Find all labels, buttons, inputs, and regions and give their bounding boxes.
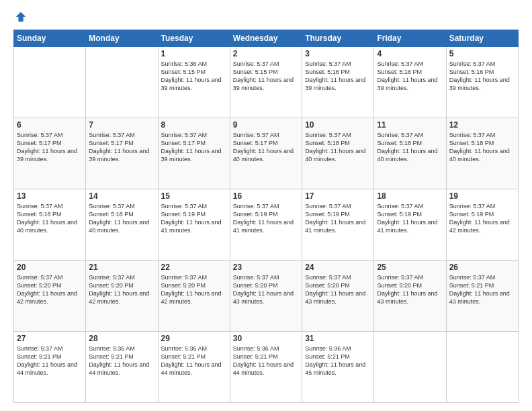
calendar-cell: 4Sunrise: 5:37 AM Sunset: 5:16 PM Daylig…: [374, 47, 446, 118]
day-info: Sunrise: 5:37 AM Sunset: 5:17 PM Dayligh…: [89, 131, 154, 164]
calendar-cell: [14, 47, 86, 118]
day-number: 13: [17, 191, 83, 201]
svg-marker-0: [16, 12, 26, 21]
day-info: Sunrise: 5:36 AM Sunset: 5:21 PM Dayligh…: [89, 345, 154, 377]
day-info: Sunrise: 5:37 AM Sunset: 5:20 PM Dayligh…: [233, 273, 299, 306]
week-row-5: 27Sunrise: 5:37 AM Sunset: 5:21 PM Dayli…: [14, 332, 519, 403]
day-number: 1: [161, 49, 227, 58]
calendar-cell: 9Sunrise: 5:37 AM Sunset: 5:17 PM Daylig…: [230, 118, 302, 189]
calendar-cell: 15Sunrise: 5:37 AM Sunset: 5:19 PM Dayli…: [158, 189, 230, 261]
day-number: 17: [305, 191, 371, 201]
day-info: Sunrise: 5:37 AM Sunset: 5:17 PM Dayligh…: [17, 131, 83, 164]
day-number: 14: [89, 191, 154, 201]
week-row-1: 1Sunrise: 5:36 AM Sunset: 5:15 PM Daylig…: [14, 47, 519, 118]
calendar-cell: 1Sunrise: 5:36 AM Sunset: 5:15 PM Daylig…: [158, 47, 230, 118]
header: [13, 11, 519, 23]
day-info: Sunrise: 5:37 AM Sunset: 5:20 PM Dayligh…: [17, 273, 83, 306]
calendar-cell: 10Sunrise: 5:37 AM Sunset: 5:18 PM Dayli…: [302, 118, 374, 189]
calendar-cell: 22Sunrise: 5:37 AM Sunset: 5:20 PM Dayli…: [158, 261, 230, 332]
day-number: 10: [305, 120, 371, 130]
calendar-cell: 24Sunrise: 5:37 AM Sunset: 5:20 PM Dayli…: [302, 261, 374, 332]
day-info: Sunrise: 5:37 AM Sunset: 5:18 PM Dayligh…: [449, 131, 515, 164]
day-info: Sunrise: 5:37 AM Sunset: 5:20 PM Dayligh…: [89, 273, 154, 306]
day-number: 29: [161, 334, 227, 343]
calendar-cell: 14Sunrise: 5:37 AM Sunset: 5:18 PM Dayli…: [86, 189, 158, 261]
day-number: 5: [449, 49, 515, 58]
calendar-cell: 31Sunrise: 5:36 AM Sunset: 5:21 PM Dayli…: [302, 332, 374, 403]
calendar-cell: 2Sunrise: 5:37 AM Sunset: 5:15 PM Daylig…: [230, 47, 302, 118]
day-info: Sunrise: 5:37 AM Sunset: 5:18 PM Dayligh…: [305, 131, 371, 164]
day-number: 30: [233, 334, 299, 343]
day-number: 3: [305, 49, 371, 58]
logo-icon: [15, 11, 27, 23]
weekday-header-sunday: Sunday: [14, 30, 86, 47]
day-info: Sunrise: 5:36 AM Sunset: 5:15 PM Dayligh…: [161, 60, 227, 93]
day-info: Sunrise: 5:37 AM Sunset: 5:18 PM Dayligh…: [377, 131, 443, 164]
day-info: Sunrise: 5:37 AM Sunset: 5:19 PM Dayligh…: [377, 202, 443, 235]
weekday-header-friday: Friday: [374, 30, 446, 47]
day-number: 27: [17, 334, 83, 343]
day-number: 20: [17, 263, 83, 272]
weekday-header-thursday: Thursday: [302, 30, 374, 47]
calendar-cell: 26Sunrise: 5:37 AM Sunset: 5:21 PM Dayli…: [446, 261, 518, 332]
day-info: Sunrise: 5:37 AM Sunset: 5:18 PM Dayligh…: [89, 202, 154, 235]
calendar-cell: 3Sunrise: 5:37 AM Sunset: 5:16 PM Daylig…: [302, 47, 374, 118]
calendar-cell: 20Sunrise: 5:37 AM Sunset: 5:20 PM Dayli…: [14, 261, 86, 332]
calendar-cell: [86, 47, 158, 118]
calendar-cell: 19Sunrise: 5:37 AM Sunset: 5:19 PM Dayli…: [446, 189, 518, 261]
day-info: Sunrise: 5:37 AM Sunset: 5:19 PM Dayligh…: [161, 202, 227, 235]
weekday-header-monday: Monday: [86, 30, 158, 47]
day-number: 24: [305, 263, 371, 272]
day-number: 6: [17, 120, 83, 130]
calendar-cell: 30Sunrise: 5:36 AM Sunset: 5:21 PM Dayli…: [230, 332, 302, 403]
calendar-cell: 28Sunrise: 5:36 AM Sunset: 5:21 PM Dayli…: [86, 332, 158, 403]
day-number: 26: [449, 263, 515, 272]
day-number: 12: [449, 120, 515, 130]
day-number: 9: [233, 120, 299, 130]
day-info: Sunrise: 5:37 AM Sunset: 5:15 PM Dayligh…: [233, 60, 299, 93]
calendar-cell: 12Sunrise: 5:37 AM Sunset: 5:18 PM Dayli…: [446, 118, 518, 189]
day-info: Sunrise: 5:37 AM Sunset: 5:16 PM Dayligh…: [449, 60, 515, 93]
week-row-4: 20Sunrise: 5:37 AM Sunset: 5:20 PM Dayli…: [14, 261, 519, 332]
calendar-cell: 23Sunrise: 5:37 AM Sunset: 5:20 PM Dayli…: [230, 261, 302, 332]
day-info: Sunrise: 5:37 AM Sunset: 5:21 PM Dayligh…: [449, 273, 515, 306]
week-row-3: 13Sunrise: 5:37 AM Sunset: 5:18 PM Dayli…: [14, 189, 519, 261]
logo: [13, 11, 27, 23]
day-number: 19: [449, 191, 515, 201]
day-number: 2: [233, 49, 299, 58]
weekday-header-saturday: Saturday: [446, 30, 518, 47]
day-info: Sunrise: 5:37 AM Sunset: 5:17 PM Dayligh…: [233, 131, 299, 164]
day-info: Sunrise: 5:37 AM Sunset: 5:20 PM Dayligh…: [305, 273, 371, 306]
day-info: Sunrise: 5:37 AM Sunset: 5:21 PM Dayligh…: [17, 345, 83, 377]
calendar-cell: [446, 332, 518, 403]
calendar-cell: 25Sunrise: 5:37 AM Sunset: 5:20 PM Dayli…: [374, 261, 446, 332]
calendar-cell: 17Sunrise: 5:37 AM Sunset: 5:19 PM Dayli…: [302, 189, 374, 261]
day-number: 28: [89, 334, 154, 343]
day-number: 15: [161, 191, 227, 201]
calendar-cell: 29Sunrise: 5:36 AM Sunset: 5:21 PM Dayli…: [158, 332, 230, 403]
day-number: 4: [377, 49, 443, 58]
day-number: 8: [161, 120, 227, 130]
calendar-cell: 11Sunrise: 5:37 AM Sunset: 5:18 PM Dayli…: [374, 118, 446, 189]
calendar-cell: 18Sunrise: 5:37 AM Sunset: 5:19 PM Dayli…: [374, 189, 446, 261]
calendar-cell: 7Sunrise: 5:37 AM Sunset: 5:17 PM Daylig…: [86, 118, 158, 189]
day-number: 11: [377, 120, 443, 130]
calendar-cell: 27Sunrise: 5:37 AM Sunset: 5:21 PM Dayli…: [14, 332, 86, 403]
day-number: 18: [377, 191, 443, 201]
day-info: Sunrise: 5:37 AM Sunset: 5:19 PM Dayligh…: [305, 202, 371, 235]
day-info: Sunrise: 5:37 AM Sunset: 5:18 PM Dayligh…: [17, 202, 83, 235]
day-number: 7: [89, 120, 154, 130]
day-number: 16: [233, 191, 299, 201]
calendar-cell: 8Sunrise: 5:37 AM Sunset: 5:17 PM Daylig…: [158, 118, 230, 189]
day-number: 23: [233, 263, 299, 272]
day-info: Sunrise: 5:36 AM Sunset: 5:21 PM Dayligh…: [233, 345, 299, 377]
calendar-cell: 16Sunrise: 5:37 AM Sunset: 5:19 PM Dayli…: [230, 189, 302, 261]
weekday-header-wednesday: Wednesday: [230, 30, 302, 47]
calendar-cell: 21Sunrise: 5:37 AM Sunset: 5:20 PM Dayli…: [86, 261, 158, 332]
day-info: Sunrise: 5:37 AM Sunset: 5:20 PM Dayligh…: [377, 273, 443, 306]
calendar-cell: [374, 332, 446, 403]
day-info: Sunrise: 5:37 AM Sunset: 5:16 PM Dayligh…: [377, 60, 443, 93]
day-info: Sunrise: 5:36 AM Sunset: 5:21 PM Dayligh…: [305, 345, 371, 377]
day-number: 21: [89, 263, 154, 272]
page: SundayMondayTuesdayWednesdayThursdayFrid…: [0, 0, 532, 411]
